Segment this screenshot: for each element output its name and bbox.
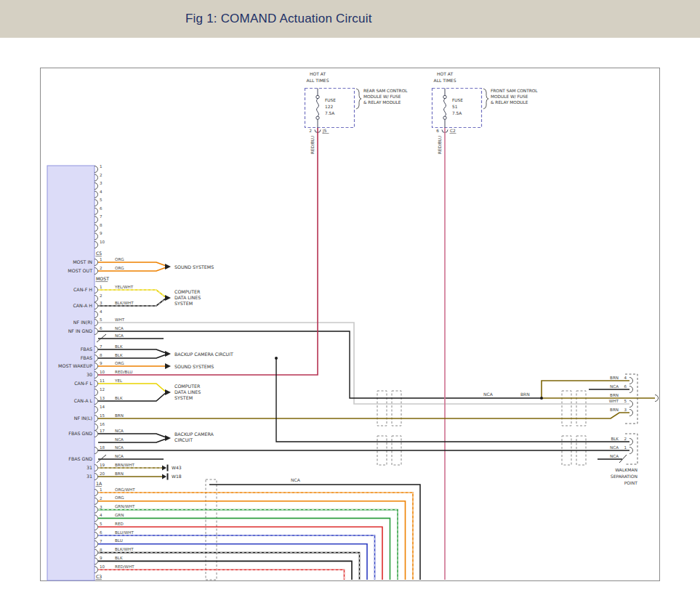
- pin-number: 6: [436, 129, 439, 133]
- pin-terminal-icon: [94, 381, 98, 387]
- separation-point-label: SEPARATION: [611, 474, 637, 479]
- pin-terminal-icon: [94, 372, 98, 379]
- connector-label: J5: [322, 129, 327, 134]
- fuse-amps: 7.5A: [325, 111, 334, 116]
- splice-label: W43: [172, 465, 182, 470]
- page: Fig 1: COMAND Actuation Circuit HOT AT A…: [0, 0, 700, 595]
- wire-color-label: BRN: [520, 392, 530, 397]
- wire-color-label: GRN/WHT: [115, 504, 135, 509]
- signal-label: FBAS GND: [68, 456, 92, 461]
- arrow-icon: [165, 264, 171, 270]
- wire-color-label: ORG: [115, 257, 124, 262]
- module-label: MODULE W/ FUSE: [491, 94, 528, 99]
- pin-number: 10: [100, 564, 105, 569]
- pin-number: 10: [100, 370, 105, 374]
- pin-terminal-icon: [655, 395, 659, 402]
- pin-terminal-icon: [629, 410, 633, 416]
- destination-label: DATA LINES: [174, 295, 201, 300]
- pin-terminal-icon: [629, 386, 633, 393]
- wire-color-label: RED/BLU: [115, 370, 132, 374]
- pin-terminal-icon: [94, 424, 98, 431]
- destination-label: BACKUP CAMERA CIRCUIT: [174, 352, 233, 357]
- pin-terminal-icon: [629, 378, 633, 384]
- hot-at-label: ALL TIMES: [434, 78, 456, 83]
- pin-number: 4: [100, 190, 102, 194]
- arrow-icon: [165, 363, 171, 369]
- separation-bracket: [625, 434, 637, 464]
- wire-color-label: BLK/WHT: [115, 301, 134, 305]
- wire-color-label: GRN: [115, 513, 124, 517]
- pin-number: 9: [100, 556, 102, 560]
- destination-label: SOUND SYSTEMS: [174, 264, 214, 270]
- wire-color-label: BLK: [115, 353, 123, 357]
- wire-org-wht: [98, 493, 413, 580]
- pin-number: 2: [100, 294, 102, 298]
- pin-terminal-icon: [629, 439, 633, 445]
- splice-icon: [162, 474, 166, 479]
- pin-terminal-icon: [94, 389, 98, 396]
- pin-number: 6: [624, 384, 627, 389]
- wire-blk: [98, 561, 352, 580]
- pin-terminal-icon: [94, 567, 98, 573]
- pin-number: 3: [624, 408, 627, 412]
- wire-blu-wht: [98, 535, 375, 580]
- pin-terminal-icon: [94, 347, 98, 353]
- wire-red: [98, 527, 382, 580]
- pin-number: 3: [100, 505, 102, 509]
- wire-org: [98, 262, 165, 266]
- pin-terminal-icon: [94, 524, 98, 530]
- module-label: & RELAY MODULE: [363, 100, 401, 105]
- wire-color-label: BLK: [115, 556, 123, 560]
- pin-number: 5: [100, 317, 102, 322]
- wire-color-label: RED/BLU: [310, 136, 315, 154]
- wire-color-label: BLK: [115, 396, 123, 400]
- pin-terminal-icon: [94, 355, 98, 362]
- wire-blk: [98, 355, 165, 359]
- wire-color-label: BLK: [115, 344, 123, 349]
- pin-number: 8: [100, 353, 102, 357]
- connector-label: C2: [450, 129, 456, 133]
- wire-color-label: BLU: [115, 538, 123, 543]
- module-label: MODULE W/ FUSE: [363, 94, 401, 99]
- pin-terminal-icon: [94, 498, 98, 504]
- signal-label: MOST IN: [73, 259, 92, 264]
- pin-number: 1: [100, 487, 102, 492]
- wire-blk: [98, 394, 165, 402]
- wire-color-label: RED/WHT: [115, 564, 134, 569]
- brace-icon: [483, 89, 488, 109]
- fuse-label: FUSE: [452, 98, 463, 102]
- wire-color-label: WHT: [609, 399, 619, 403]
- signal-label: FBAS: [81, 355, 92, 360]
- wire-brn: [98, 413, 629, 418]
- hot-at-label: ALL TIMES: [307, 78, 329, 83]
- inline-connector: [377, 391, 387, 426]
- wire-color-label: BRN: [115, 413, 124, 418]
- signal-label: CAN-F H: [73, 287, 92, 292]
- wire-color-label: NCA: [610, 384, 619, 389]
- wire-org: [98, 268, 165, 272]
- wire-nca: [98, 434, 165, 437]
- pin-terminal-icon: [94, 183, 98, 190]
- arrow-icon: [165, 389, 171, 395]
- brace-icon: [356, 89, 361, 109]
- pin-number: 20: [100, 471, 105, 476]
- wire-nca: [98, 331, 542, 398]
- pin-number: 4: [624, 376, 627, 380]
- destination-label: COMPUTER: [174, 384, 201, 389]
- pin-terminal-icon: [94, 174, 98, 181]
- wire-color-label: RED/BLU: [438, 136, 442, 154]
- pin-number: 5: [100, 198, 102, 202]
- wire-color-label: RED: [115, 522, 124, 526]
- pin-terminal-icon: [94, 303, 98, 309]
- separation-point-label: POINT: [624, 480, 638, 485]
- pin-terminal-icon: [94, 474, 98, 480]
- signal-label: NF IN(R): [73, 320, 92, 325]
- fuse-module-rear: HOT AT ALL TIMES FUSE 122 7.5A REAR SAM …: [305, 71, 409, 154]
- pin-number: 8: [100, 548, 102, 552]
- pin-number: 2: [309, 129, 312, 133]
- wire-color-label: BRN: [115, 471, 124, 476]
- connector-group-label: C3: [96, 574, 102, 579]
- pin-number: 1: [624, 445, 627, 450]
- pin-terminal-icon: [94, 448, 98, 454]
- pin-number: 6: [100, 326, 102, 331]
